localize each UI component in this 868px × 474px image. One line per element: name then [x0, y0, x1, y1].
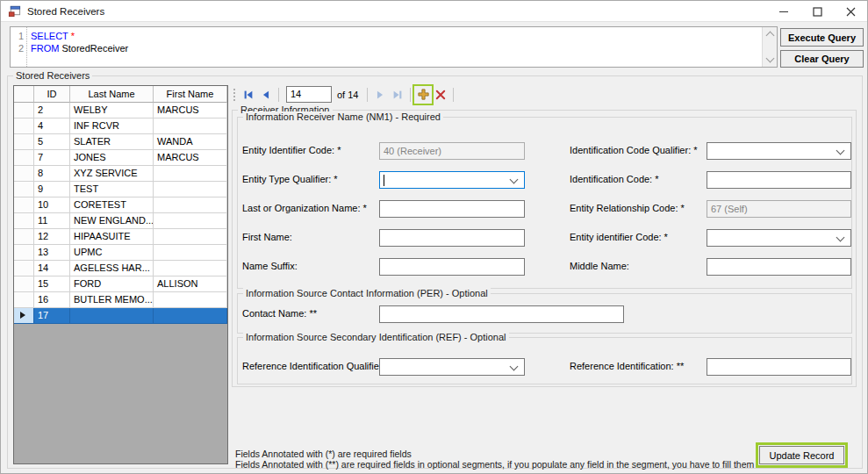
cell-first-name[interactable] [154, 245, 227, 261]
cell-first-name[interactable]: MARCUS [154, 150, 227, 166]
sql-query-editor[interactable]: 1 2 SELECT *FROM StoredReceiver [10, 26, 778, 68]
reference-identification-qualifier-combobox[interactable] [379, 358, 525, 376]
cell-id[interactable]: 5 [34, 134, 70, 150]
cell-last-name[interactable]: CORETEST [70, 198, 154, 213]
row-header[interactable] [14, 229, 34, 245]
cell-id[interactable]: 9 [34, 182, 70, 198]
row-header[interactable] [14, 276, 34, 292]
cell-first-name[interactable] [154, 182, 227, 198]
cell-first-name[interactable] [154, 213, 227, 229]
table-row[interactable]: 15FORDALLISON [14, 276, 227, 292]
minimize-button[interactable] [767, 1, 800, 22]
table-row[interactable]: 7JONESMARCUS [14, 150, 227, 166]
row-header[interactable] [14, 150, 34, 166]
column-header-last-name[interactable]: Last Name [70, 86, 154, 103]
cell-id[interactable]: 8 [34, 166, 70, 182]
table-row[interactable]: 2WELBYMARCUS [14, 103, 227, 118]
row-header[interactable] [14, 166, 34, 182]
cell-last-name[interactable]: JONES [70, 150, 154, 166]
cell-last-name[interactable]: BUTLER MEMO... [70, 292, 154, 308]
cell-id[interactable]: 15 [34, 276, 70, 292]
identification-code-qualifier-combobox[interactable] [707, 142, 851, 160]
record-position-input[interactable]: 14 [286, 86, 332, 103]
maximize-button[interactable] [800, 1, 834, 22]
cell-id[interactable]: 10 [34, 198, 70, 213]
cell-first-name[interactable]: WANDA [154, 134, 227, 150]
last-or-organization-name-field[interactable] [379, 200, 525, 218]
row-header[interactable] [14, 103, 34, 118]
entity-type-qualifier-combobox[interactable] [379, 171, 525, 189]
table-row[interactable]: 13UPMC [14, 245, 227, 261]
cell-last-name[interactable]: TEST [70, 182, 154, 198]
execute-query-button[interactable]: Execute Query [780, 28, 864, 47]
close-button[interactable] [834, 1, 867, 22]
cell-first-name[interactable] [154, 198, 227, 213]
row-header[interactable] [14, 261, 34, 276]
cell-first-name[interactable] [154, 229, 227, 245]
add-record-button[interactable] [414, 86, 432, 104]
cell-last-name[interactable] [70, 308, 154, 324]
table-row[interactable]: 16BUTLER MEMO... [14, 292, 227, 308]
cell-last-name[interactable]: SLATER [70, 134, 154, 150]
editor-scrollbar[interactable] [762, 27, 777, 67]
cell-last-name[interactable]: HIPAASUITE [70, 229, 154, 245]
column-header-id[interactable]: ID [34, 86, 70, 103]
cell-last-name[interactable]: AGELESS HAR... [70, 261, 154, 276]
reference-identification-field[interactable] [707, 358, 851, 376]
move-first-button[interactable] [240, 86, 257, 104]
identification-code-field[interactable] [707, 171, 851, 189]
cell-last-name[interactable]: XYZ SERVICE [70, 166, 154, 182]
row-header[interactable] [14, 245, 34, 261]
table-row[interactable]: 10CORETEST [14, 198, 227, 213]
cell-last-name[interactable]: FORD [70, 276, 154, 292]
cell-first-name[interactable]: ALLISON [154, 276, 227, 292]
toolbar-grip-icon[interactable] [233, 89, 235, 101]
table-row[interactable]: 5SLATERWANDA [14, 134, 227, 150]
table-row[interactable]: 4INF RCVR [14, 118, 227, 134]
cell-last-name[interactable]: WELBY [70, 103, 154, 118]
update-record-button[interactable]: Update Record [759, 446, 844, 464]
move-next-button[interactable] [371, 86, 389, 104]
cell-first-name[interactable]: MARCUS [154, 103, 227, 118]
row-header[interactable] [14, 292, 34, 308]
table-row[interactable]: 9TEST [14, 182, 227, 198]
cell-id[interactable]: 4 [34, 118, 70, 134]
row-header[interactable] [14, 198, 34, 213]
row-header[interactable] [14, 118, 34, 134]
row-header[interactable] [14, 213, 34, 229]
cell-id[interactable]: 13 [34, 245, 70, 261]
cell-id[interactable]: 16 [34, 292, 70, 308]
cell-first-name[interactable] [154, 292, 227, 308]
table-row[interactable]: 8XYZ SERVICE [14, 166, 227, 182]
cell-id[interactable]: 14 [34, 261, 70, 276]
first-name-field[interactable] [379, 229, 525, 247]
table-row[interactable]: 12HIPAASUITE [14, 229, 227, 245]
cell-first-name[interactable] [154, 261, 227, 276]
table-row[interactable]: 11NEW ENGLAND... [14, 213, 227, 229]
move-last-button[interactable] [389, 86, 406, 104]
cell-first-name[interactable] [154, 118, 227, 134]
delete-record-button[interactable] [432, 86, 449, 104]
cell-id[interactable]: 11 [34, 213, 70, 229]
row-header[interactable] [14, 182, 34, 198]
table-row-selected[interactable]: 17 [14, 308, 227, 324]
cell-id[interactable]: 17 [34, 308, 70, 324]
cell-last-name[interactable]: NEW ENGLAND... [70, 213, 154, 229]
cell-id[interactable]: 2 [34, 103, 70, 118]
column-header-first-name[interactable]: First Name [154, 86, 227, 103]
name-suffix-field[interactable] [379, 258, 525, 276]
cell-last-name[interactable]: UPMC [70, 245, 154, 261]
middle-name-field[interactable] [707, 258, 851, 276]
cell-id[interactable]: 7 [34, 150, 70, 166]
cell-last-name[interactable]: INF RCVR [70, 118, 154, 134]
cell-first-name[interactable] [154, 166, 227, 182]
contact-name-field[interactable] [379, 305, 624, 323]
scroll-up-icon[interactable] [765, 32, 774, 40]
receivers-grid[interactable]: ID Last Name First Name 2WELBYMARCUS 4IN… [13, 85, 228, 464]
clear-query-button[interactable]: Clear Query [780, 50, 864, 68]
scroll-down-icon[interactable] [765, 54, 774, 63]
cell-id[interactable]: 12 [34, 229, 70, 245]
row-header[interactable] [14, 134, 34, 150]
table-row[interactable]: 14AGELESS HAR... [14, 261, 227, 276]
current-row-indicator[interactable] [14, 308, 34, 324]
